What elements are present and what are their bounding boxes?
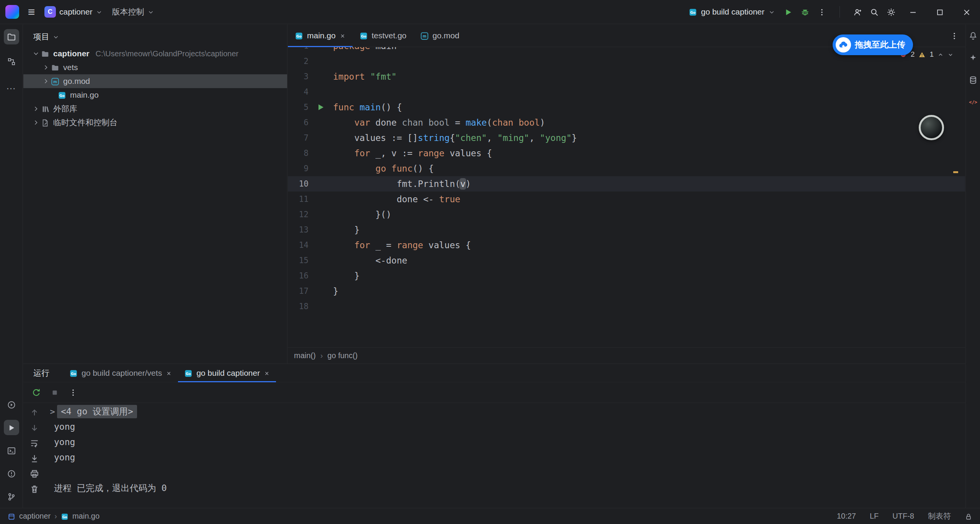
printer-icon: [29, 469, 39, 479]
lock-icon[interactable]: [965, 512, 972, 521]
chevron-right-icon[interactable]: [41, 64, 51, 71]
tree-item-vets[interactable]: vets: [23, 61, 287, 74]
tree-item-captioner[interactable]: captionerC:\Users\meowr\GolandProjects\c…: [23, 47, 287, 61]
code-line-18[interactable]: 18: [288, 299, 965, 314]
status-indent[interactable]: 制表符: [928, 511, 951, 521]
run-tab-vets[interactable]: Go go build captioner/vets: [63, 364, 178, 382]
line-number: 14: [288, 241, 309, 250]
project-panel-title: 项目: [33, 31, 49, 42]
chevron-right-icon[interactable]: [31, 119, 41, 126]
code-line-16[interactable]: 16 }: [288, 268, 965, 283]
remote-assist-float-ball[interactable]: [919, 115, 944, 140]
run-tab-captioner[interactable]: Go go build captioner: [178, 364, 276, 382]
tab-go-mod[interactable]: m go.mod: [413, 25, 466, 47]
code-line-6[interactable]: 6 var done chan bool = make(chan bool): [288, 115, 965, 130]
prev-problem-icon[interactable]: [938, 50, 944, 59]
toolwindow-services-button[interactable]: [4, 397, 19, 412]
ai-assistant-button[interactable]: [966, 51, 980, 64]
maximize-button[interactable]: [926, 0, 953, 24]
code-line-17[interactable]: 17}: [288, 283, 965, 299]
code-line-4[interactable]: 4: [288, 84, 965, 100]
endpoints-button[interactable]: </>: [966, 95, 980, 109]
code-line-5[interactable]: 5func main() {: [288, 100, 965, 115]
fold-expand-icon[interactable]: >: [48, 407, 57, 416]
run-more-options-button[interactable]: [65, 385, 81, 400]
code-line-8[interactable]: 8 for _, v := range values {: [288, 146, 965, 161]
run-gutter-icon[interactable]: [309, 103, 333, 112]
close-button[interactable]: [953, 0, 980, 24]
more-vertical-icon: [817, 7, 826, 16]
code-line-3[interactable]: 3import "fmt": [288, 69, 965, 84]
rerun-button[interactable]: [29, 385, 44, 400]
print-button[interactable]: [28, 467, 41, 480]
toolwindow-terminal-button[interactable]: [4, 443, 19, 458]
run-button[interactable]: [780, 3, 797, 20]
code-line-10[interactable]: 10 fmt.Println(v): [288, 176, 965, 192]
search-icon: [870, 7, 879, 16]
more-toolwindows-button[interactable]: …: [4, 78, 19, 93]
folded-command[interactable]: <4 go 设置调用>: [57, 405, 137, 418]
status-project[interactable]: captioner: [19, 512, 51, 521]
line-number: 8: [288, 149, 309, 158]
tab-options-button[interactable]: [950, 25, 965, 47]
breadcrumb-item[interactable]: main(): [294, 351, 316, 360]
code-line-12[interactable]: 12 }(): [288, 207, 965, 222]
status-file[interactable]: main.go: [72, 512, 100, 521]
debug-button[interactable]: [797, 3, 813, 20]
code-line-11[interactable]: 11 done <- true: [288, 192, 965, 207]
code-line-2[interactable]: 2: [288, 54, 965, 69]
chevron-right-icon[interactable]: [41, 77, 51, 85]
code-line-13[interactable]: 13 }: [288, 222, 965, 237]
soft-wrap-button[interactable]: [28, 437, 41, 450]
close-tab-icon[interactable]: [264, 368, 270, 378]
run-icon: [7, 422, 16, 432]
drag-upload-button[interactable]: 拖拽至此上传: [833, 34, 913, 55]
tab-main-go[interactable]: Go main.go: [288, 25, 353, 47]
tab-testvet-go[interactable]: Go testvet.go: [353, 25, 413, 47]
code-line-9[interactable]: 9 go func() {: [288, 161, 965, 176]
project-panel-header[interactable]: 项目: [23, 25, 287, 47]
editor[interactable]: 1package main23import "fmt"45func main()…: [288, 47, 965, 347]
status-line-ending[interactable]: LF: [870, 512, 879, 521]
code-line-15[interactable]: 15 <-done: [288, 253, 965, 268]
run-tab-bar: 运行 Go go build captioner/vets Go go buil…: [23, 364, 965, 382]
search-everywhere-button[interactable]: [866, 3, 883, 20]
settings-button[interactable]: [883, 3, 900, 20]
stop-button[interactable]: [47, 385, 62, 400]
database-button[interactable]: [966, 73, 980, 87]
chevron-down-icon[interactable]: [31, 50, 41, 57]
stacktrace-down-button[interactable]: [28, 421, 41, 434]
vcs-selector[interactable]: 版本控制: [107, 3, 159, 20]
toolwindow-structure-button[interactable]: [4, 54, 19, 69]
more-run-actions-button[interactable]: [813, 3, 830, 20]
console-side-toolbar: [23, 403, 46, 508]
chevron-right-icon[interactable]: [31, 105, 41, 113]
tree-item-go.mod[interactable]: mgo.mod: [23, 74, 287, 88]
next-problem-icon[interactable]: [947, 50, 954, 59]
left-tool-strip: …: [0, 25, 23, 508]
tree-item-外部库[interactable]: 外部库: [23, 102, 287, 116]
close-tab-icon[interactable]: [166, 368, 172, 378]
console-output[interactable]: ><4 go 设置调用>yongyongyong 进程 已完成，退出代码为 0: [46, 403, 965, 508]
run-window-title[interactable]: 运行: [33, 364, 49, 382]
stacktrace-up-button[interactable]: [28, 406, 41, 419]
clear-console-button[interactable]: [28, 483, 41, 496]
project-selector[interactable]: C captioner: [40, 3, 107, 20]
notifications-button[interactable]: [966, 28, 980, 42]
run-config-selector[interactable]: Go go build captioner: [684, 7, 780, 16]
tree-item-main.go[interactable]: Gomain.go: [23, 88, 287, 102]
toolwindow-run-button[interactable]: [4, 420, 19, 435]
close-tab-icon[interactable]: [340, 31, 346, 40]
breadcrumb-item[interactable]: go func(): [327, 351, 358, 360]
code-line-7[interactable]: 7 values := []string{"chen", "ming", "yo…: [288, 130, 965, 146]
status-encoding[interactable]: UTF-8: [892, 512, 914, 521]
minimize-button[interactable]: [900, 0, 926, 24]
toolwindow-problems-button[interactable]: [4, 466, 19, 481]
code-line-14[interactable]: 14 for _ = range values {: [288, 237, 965, 253]
scroll-to-end-button[interactable]: [28, 452, 41, 465]
hamburger-menu-icon[interactable]: ≡: [23, 3, 40, 20]
tree-item-临时文件和控制台[interactable]: 临时文件和控制台: [23, 116, 287, 129]
toolwindow-git-button[interactable]: [4, 489, 19, 504]
toolwindow-project-button[interactable]: [4, 29, 19, 44]
code-with-me-button[interactable]: [849, 3, 866, 20]
